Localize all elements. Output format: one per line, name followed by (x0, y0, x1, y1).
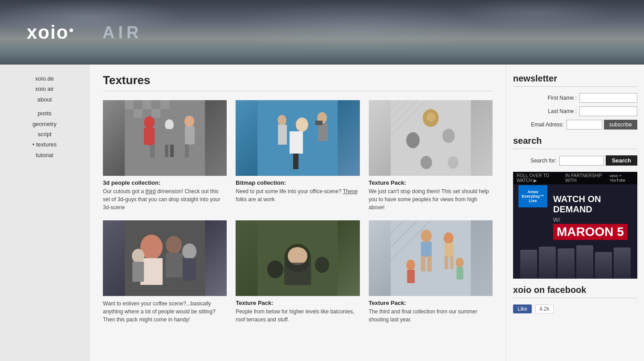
sidebar-item-geometry[interactable]: geometry (4, 119, 85, 129)
svg-rect-67 (444, 256, 448, 269)
texture-image-texture-pack-3[interactable] (369, 220, 493, 296)
texture-title-bitmap: Bitmap collection: (236, 179, 359, 186)
svg-point-21 (283, 108, 285, 110)
sidebar-item-posts[interactable]: posts (4, 108, 85, 118)
facebook-like-button[interactable]: Like (513, 304, 532, 313)
sidebar-item-script[interactable]: script (4, 129, 85, 139)
header-subtitle: AIR (102, 23, 142, 42)
ad-top-bar: ROLL OVER TO WATCH ▶ IN PARTNERSHIP WITH… (513, 172, 637, 184)
ad-roll-over: ROLL OVER TO WATCH ▶ (517, 173, 562, 183)
svg-rect-64 (427, 256, 432, 272)
svg-rect-8 (144, 145, 148, 158)
main-container: xoio.de xoio air about posts geometry sc… (0, 65, 644, 361)
svg-rect-5 (160, 100, 169, 109)
sidebar-right: newsletter First Name : Last Name : Emai… (506, 65, 644, 361)
svg-point-61 (421, 230, 432, 242)
sidebar-nav-posts: posts geometry script • textures tutoria… (4, 108, 85, 160)
texture-item-bitmap: Bitmap collection: Need to put some life… (236, 100, 359, 211)
svg-rect-66 (444, 243, 453, 257)
ad-person-6 (614, 247, 631, 279)
texture-desc-texture-pack-3: The third and final collection from our … (369, 308, 493, 324)
sidebar-item-textures[interactable]: • textures (4, 139, 85, 150)
ad-amex-line2: EveryDay™ (522, 194, 544, 199)
lastname-input[interactable] (579, 106, 637, 116)
ad-artist: MAROON 5 (553, 224, 628, 240)
texture-desc-texture-pack-1: We just can't stop doing them! This set … (369, 187, 493, 211)
texture-desc-bitmap: Need to put some life into your office-s… (236, 187, 359, 203)
svg-point-6 (144, 116, 155, 129)
svg-rect-3 (143, 100, 151, 109)
svg-rect-46 (166, 253, 183, 277)
ad-banner[interactable]: ROLL OVER TO WATCH ▶ IN PARTNERSHIP WITH… (513, 172, 637, 279)
search-input[interactable] (559, 156, 604, 166)
email-input[interactable] (567, 120, 602, 130)
texture-image-coffee[interactable] (103, 220, 227, 296)
sidebar-item-xoio-de[interactable]: xoio.de (4, 73, 85, 84)
svg-rect-11 (165, 129, 174, 146)
svg-point-39 (442, 129, 455, 143)
subscribe-button[interactable]: subscribe (604, 120, 637, 130)
search-button[interactable]: Search (606, 155, 637, 166)
svg-point-14 (184, 116, 194, 127)
ad-person-4 (576, 245, 593, 279)
svg-point-10 (165, 119, 174, 130)
texture-desc-texture-pack-2: People from below for higher levels like… (236, 308, 359, 324)
svg-rect-62 (421, 242, 432, 257)
texture-title-texture-pack-2: Texture Pack: (236, 300, 359, 306)
ad-vevo-youtube: vevo + YouTube (610, 174, 634, 183)
site-logo[interactable]: xoio (27, 22, 73, 43)
ad-watch-content: WATCH ON DEMAND W/ MAROON 5 (553, 185, 633, 240)
svg-point-56 (315, 257, 329, 273)
svg-point-40 (420, 156, 432, 169)
svg-rect-70 (407, 270, 415, 283)
firstname-input[interactable] (579, 93, 637, 103)
search-label: Search for: (530, 158, 557, 164)
svg-rect-1 (125, 100, 134, 109)
svg-rect-15 (185, 126, 195, 145)
firstname-label: First Name : (548, 95, 577, 101)
search-divider (513, 149, 637, 149)
texture-image-3d-people[interactable] (103, 100, 227, 176)
logo-text: xoio (27, 22, 69, 43)
svg-rect-50 (132, 262, 144, 282)
svg-point-53 (288, 247, 307, 265)
svg-rect-25 (293, 154, 298, 169)
texture-image-texture-pack-2[interactable] (236, 220, 359, 296)
newsletter-title: newsletter (513, 73, 637, 84)
sidebar-item-about[interactable]: about (4, 94, 85, 105)
ad-amex-line3: Live (522, 199, 544, 203)
texture-image-bitmap[interactable] (236, 100, 359, 176)
header: xoio AIR (0, 0, 644, 65)
page-title: Textures (103, 73, 493, 87)
logo-dot (69, 28, 73, 32)
svg-point-47 (182, 243, 196, 260)
svg-point-20 (274, 108, 276, 110)
svg-rect-2 (134, 109, 143, 118)
svg-rect-4 (151, 109, 160, 118)
svg-point-19 (265, 108, 267, 110)
texture-desc-3d-people: Our cutouts got a third dimension! Check… (103, 187, 227, 211)
newsletter-divider (513, 86, 637, 87)
svg-rect-7 (144, 128, 155, 146)
svg-rect-17 (191, 144, 195, 158)
texture-title-texture-pack-1: Texture Pack: (369, 179, 493, 186)
svg-point-69 (406, 260, 415, 270)
svg-rect-12 (165, 145, 168, 157)
svg-point-37 (426, 113, 435, 122)
texture-item-texture-pack-1: Texture Pack: We just can't stop doing t… (369, 100, 493, 211)
sidebar-item-tutorial[interactable]: tutorial (4, 150, 85, 160)
newsletter-lastname-row: Last Name : (513, 106, 637, 116)
svg-point-45 (166, 236, 182, 254)
bullet-icon: • (33, 141, 36, 148)
ad-people-silhouettes (513, 243, 637, 279)
svg-point-49 (132, 249, 144, 263)
sidebar-item-xoio-air[interactable]: xoio air (4, 84, 85, 94)
texture-image-texture-pack-1[interactable] (369, 100, 493, 176)
svg-rect-54 (284, 263, 311, 285)
svg-point-26 (277, 115, 286, 126)
newsletter-email-row: Email Adress: subscribe (513, 120, 637, 130)
sidebar-left: xoio.de xoio air about posts geometry sc… (0, 65, 89, 361)
facebook-count: 4.2k (535, 304, 554, 313)
ad-amex-line1: Amex (522, 190, 544, 194)
ad-person-2 (539, 247, 556, 279)
